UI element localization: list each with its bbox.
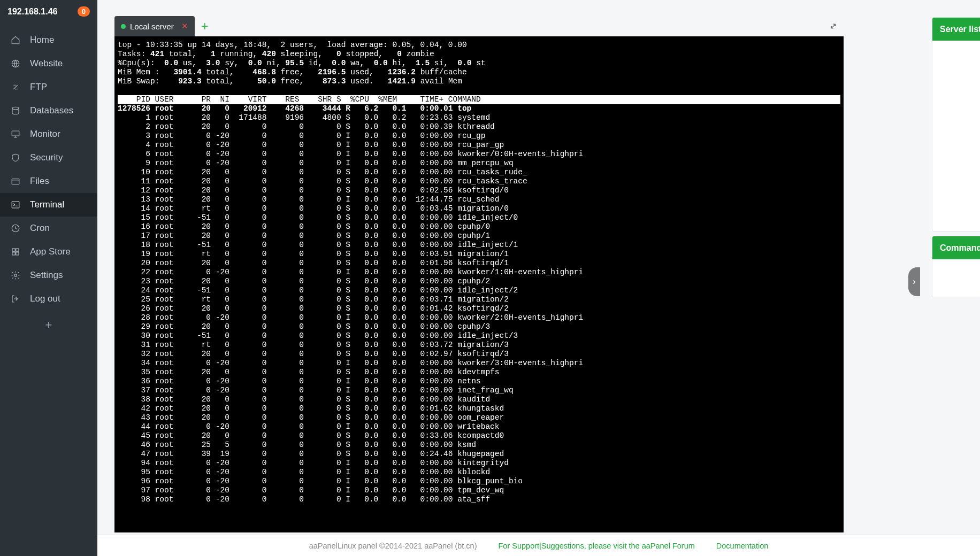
sidebar-item-label: App Store xyxy=(30,246,71,257)
sidebar-item-settings[interactable]: Settings xyxy=(0,264,97,287)
commands-title: Commands xyxy=(940,243,980,253)
main: Local server ✕ + top - 10:33:35 up 14 da… xyxy=(97,0,980,556)
settings-icon xyxy=(11,271,22,280)
sidebar-item-databases[interactable]: Databases xyxy=(0,99,97,122)
sidebar-item-terminal[interactable]: Terminal xyxy=(0,193,97,217)
svg-rect-5 xyxy=(12,179,19,185)
svg-rect-6 xyxy=(12,202,19,208)
fullscreen-button[interactable] xyxy=(823,16,844,36)
sidebar-item-files[interactable]: Files xyxy=(0,169,97,193)
databases-icon xyxy=(11,106,22,115)
sidebar-item-website[interactable]: Website xyxy=(0,52,97,75)
terminal-tab-local[interactable]: Local server ✕ xyxy=(114,16,195,36)
commands-block: Commands (Click to copy) + xyxy=(932,236,980,297)
svg-point-3 xyxy=(12,107,19,110)
right-panel: Server list + Commands (Click to copy) + xyxy=(932,17,980,302)
sidebar-item-label: Terminal xyxy=(30,199,64,210)
terminal-output[interactable]: top - 10:33:35 up 14 days, 16:48, 2 user… xyxy=(114,36,844,532)
sidebar-item-label: Website xyxy=(30,58,63,69)
svg-rect-4 xyxy=(12,131,19,136)
commands-body xyxy=(932,259,980,297)
sidebar-item-cron[interactable]: Cron xyxy=(0,217,97,240)
commands-header[interactable]: Commands (Click to copy) + xyxy=(932,236,980,259)
cron-icon xyxy=(11,223,22,233)
tab-close-icon[interactable]: ✕ xyxy=(181,21,188,31)
home-icon xyxy=(11,35,22,45)
status-dot-icon xyxy=(121,24,126,29)
app-store-icon xyxy=(11,247,22,257)
sidebar-item-monitor[interactable]: Monitor xyxy=(0,122,97,146)
sidebar-item-label: Monitor xyxy=(30,129,60,140)
server-list-title: Server list xyxy=(940,25,980,34)
server-list-block: Server list + xyxy=(932,17,980,231)
security-icon xyxy=(11,153,22,163)
log-out-icon xyxy=(11,294,22,304)
server-ip: 192.168.1.46 xyxy=(7,7,78,17)
sidebar-item-log-out[interactable]: Log out xyxy=(0,287,97,311)
tab-label: Local server xyxy=(130,22,174,31)
footer-support-link[interactable]: For Support|Suggestions, please visit th… xyxy=(499,542,695,550)
sidebar-item-app-store[interactable]: App Store xyxy=(0,240,97,264)
svg-point-12 xyxy=(14,274,17,277)
sidebar-item-home[interactable]: Home xyxy=(0,28,97,52)
svg-rect-8 xyxy=(12,249,15,251)
sidebar-item-label: Settings xyxy=(30,270,63,281)
right-panel-toggle[interactable]: › xyxy=(908,267,920,296)
sidebar-item-label: Databases xyxy=(30,105,73,116)
sidebar-item-label: FTP xyxy=(30,82,47,92)
expand-icon xyxy=(829,21,838,31)
sidebar-add-button[interactable]: + xyxy=(0,311,97,339)
sidebar-item-label: Home xyxy=(30,35,54,45)
files-icon xyxy=(11,176,22,186)
sidebar-item-label: Cron xyxy=(30,223,50,234)
server-list-header[interactable]: Server list + xyxy=(932,18,980,41)
footer: aaPanelLinux panel ©2014-2021 aaPanel (b… xyxy=(97,535,980,556)
svg-rect-11 xyxy=(16,252,19,255)
ftp-icon xyxy=(11,82,22,92)
terminal-panel: Local server ✕ + top - 10:33:35 up 14 da… xyxy=(114,16,844,532)
sidebar-item-ftp[interactable]: FTP xyxy=(0,75,97,99)
svg-rect-9 xyxy=(16,249,19,251)
sidebar-item-security[interactable]: Security xyxy=(0,146,97,169)
monitor-icon xyxy=(11,129,22,139)
sidebar-item-label: Files xyxy=(30,176,49,187)
server-list-body xyxy=(932,41,980,231)
terminal-icon xyxy=(11,200,22,210)
website-icon xyxy=(11,59,22,68)
sidebar-header: 192.168.1.46 0 xyxy=(0,0,97,23)
footer-docs-link[interactable]: Documentation xyxy=(716,542,769,550)
footer-copyright: aaPanelLinux panel ©2014-2021 aaPanel (b… xyxy=(309,542,477,550)
svg-rect-10 xyxy=(12,252,15,255)
sidebar-item-label: Security xyxy=(30,152,63,163)
notification-badge[interactable]: 0 xyxy=(78,6,90,17)
tab-add-button[interactable]: + xyxy=(195,16,215,36)
sidebar-item-label: Log out xyxy=(30,294,60,304)
terminal-tabbar: Local server ✕ + xyxy=(114,16,844,36)
sidebar: 192.168.1.46 0 HomeWebsiteFTPDatabasesMo… xyxy=(0,0,97,556)
